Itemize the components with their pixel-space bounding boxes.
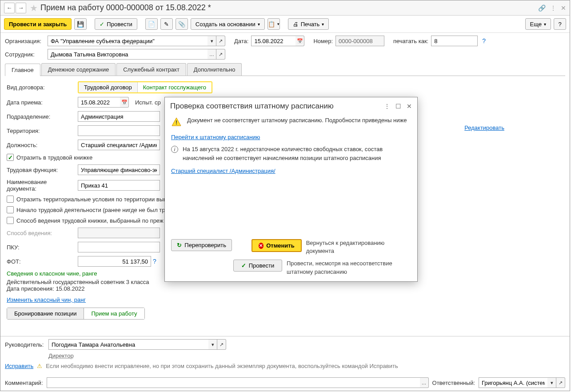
comment-label: Комментарий: (5, 380, 43, 386)
territorial-label: Отразить территориальные условия по терр… (16, 196, 167, 203)
warning-icon: ⚠ (37, 363, 42, 369)
employee-open-button[interactable]: ↗ (216, 49, 225, 60)
territory-input[interactable] (78, 125, 160, 136)
reflect-workbook-checkbox[interactable]: ✓ (7, 154, 14, 161)
department-input[interactable] (78, 111, 160, 122)
tab-main[interactable]: Главное (5, 64, 40, 76)
responsible-dropdown-button[interactable]: ▾ (547, 377, 556, 388)
menu-dots-icon[interactable]: ⋮ (550, 4, 556, 12)
dialog-maximize-icon[interactable]: ☐ (395, 103, 401, 110)
rank-date-value: 15.08.2022 (56, 285, 84, 292)
doc-name-input[interactable] (78, 180, 160, 191)
fot-help-icon[interactable]: ? (153, 258, 156, 265)
position-label: Должность: (7, 142, 78, 148)
employee-input[interactable] (48, 49, 208, 60)
fix-link[interactable]: Исправить (5, 363, 33, 369)
copy-icon-button[interactable]: 📋▾ (268, 18, 280, 30)
link-icon[interactable]: 🔗 (538, 4, 546, 12)
number-label: Номер: (313, 38, 333, 44)
labor-func-label: Трудовая функция: (7, 167, 78, 173)
hire-date-picker-button[interactable]: 📅 (120, 97, 129, 108)
responsible-open-button[interactable]: ↗ (556, 377, 565, 388)
workbook-method-checkbox[interactable] (7, 217, 14, 224)
tab-extra[interactable]: Дополнительно (187, 63, 242, 76)
fot-input[interactable] (78, 256, 151, 267)
hire-button[interactable]: Прием на работу (84, 308, 144, 319)
cancel-hint: Вернуться к редактированию документа (306, 239, 411, 255)
manager-label: Руководитель: (5, 341, 45, 348)
employee-select-button[interactable]: … (208, 49, 216, 60)
more-button[interactable]: Еще ▾ (525, 18, 551, 30)
dialog-title: Проверка соответствия штатному расписани… (170, 102, 384, 111)
dialog-info-text: На 15 августа 2022 г. недостаточное коли… (183, 145, 411, 162)
favorite-icon[interactable]: ★ (30, 3, 38, 13)
print-button[interactable]: 🖨 Печать ▾ (288, 18, 329, 30)
position-input[interactable] (78, 140, 160, 150)
doc-icon-button[interactable]: 📄 (145, 18, 158, 30)
territorial-checkbox[interactable] (7, 196, 14, 203)
help-button[interactable]: ? (554, 18, 566, 30)
start-labor-checkbox[interactable] (7, 206, 14, 213)
org-dropdown-button[interactable]: ▾ (208, 36, 216, 46)
hire-date-input[interactable] (78, 97, 120, 108)
org-open-button[interactable]: ↗ (216, 36, 225, 46)
forward-button[interactable]: → (16, 3, 26, 13)
svg-text:!: ! (176, 120, 177, 126)
booking-button[interactable]: Бронирование позиции (7, 308, 84, 319)
attach-icon-button[interactable]: 📎 (176, 18, 188, 30)
create-based-button[interactable]: Создать на основании ▾ (191, 18, 265, 30)
contract-gov-button[interactable]: Контракт госслужащего (138, 82, 212, 92)
manager-open-button[interactable]: ↗ (217, 339, 226, 350)
edit-link[interactable]: Редактировать (464, 124, 504, 131)
contract-labor-button[interactable]: Трудовой договор (79, 82, 138, 92)
fix-hint: Если необходимо внести исправление, но п… (46, 363, 398, 369)
goto-schedule-link[interactable]: Перейти к штатному расписанию (171, 134, 260, 140)
dialog-close-icon[interactable]: ✕ (407, 103, 412, 110)
toolbar: Провести и закрыть 💾 ✓Провести 📄 ✎ 📎 Соз… (0, 16, 570, 33)
manager-dropdown-button[interactable]: ▾ (208, 339, 217, 350)
post-button[interactable]: ✓Провести (95, 18, 137, 30)
position-link[interactable]: Старший специалист /Администрация/ (171, 168, 276, 174)
print-as-help-icon[interactable]: ? (482, 37, 486, 44)
dialog-message: Документ не соответствует штатному распи… (187, 117, 407, 124)
post-and-close-button[interactable]: Провести и закрыть (4, 18, 72, 30)
comment-select-button[interactable]: … (420, 377, 429, 388)
x-circle-icon: ✕ (259, 243, 264, 249)
staffing-check-dialog: Проверка соответствия штатному расписани… (164, 97, 418, 282)
dialog-menu-icon[interactable]: ⋮ (384, 103, 390, 110)
org-label: Организация: (5, 38, 45, 44)
print-as-input[interactable] (431, 36, 478, 46)
labor-func-input[interactable] (78, 164, 160, 175)
method-input (78, 228, 160, 238)
territory-label: Территория: (7, 128, 78, 134)
print-as-label: печатать как: (393, 38, 428, 44)
manager-input[interactable] (48, 339, 208, 350)
org-input[interactable] (48, 36, 208, 46)
pku-input[interactable] (78, 242, 160, 252)
workbook-method-label: Способ ведения трудовой книжки, выбранны… (16, 217, 164, 224)
change-rank-link[interactable]: Изменить классный чин, ранг (7, 296, 86, 303)
hire-date-label: Дата приема: (7, 99, 78, 106)
dialog-post-button[interactable]: ✓Провести (233, 260, 282, 272)
tab-contract[interactable]: Служебный контракт (116, 63, 186, 76)
department-label: Подразделение: (7, 113, 78, 120)
fot-label: ФОТ: (7, 258, 78, 265)
reflect-workbook-label: Отразить в трудовой книжке (16, 154, 92, 161)
probation-label: Испыт. ср (135, 99, 161, 106)
comment-input[interactable] (47, 377, 420, 388)
date-input[interactable] (251, 36, 295, 46)
recheck-button[interactable]: ↻Перепроверить (171, 239, 232, 251)
save-button[interactable]: 💾 (74, 18, 87, 30)
close-icon[interactable]: ✕ (561, 4, 566, 12)
tab-money[interactable]: Денежное содержание (41, 63, 116, 76)
responsible-input[interactable] (479, 377, 547, 388)
tabs: Главное Денежное содержание Служебный ко… (5, 63, 565, 76)
back-button[interactable]: ← (4, 3, 15, 13)
method-label: Способ ведения: (7, 230, 78, 236)
warning-triangle-icon: ! (171, 117, 182, 128)
edit-icon-button[interactable]: ✎ (160, 18, 173, 30)
cancel-button[interactable]: ✕Отменить (252, 239, 302, 252)
manager-role-link[interactable]: Директор (48, 352, 74, 359)
date-picker-button[interactable]: 📅 (295, 36, 304, 46)
contract-type-label: Вид договора: (7, 84, 78, 91)
